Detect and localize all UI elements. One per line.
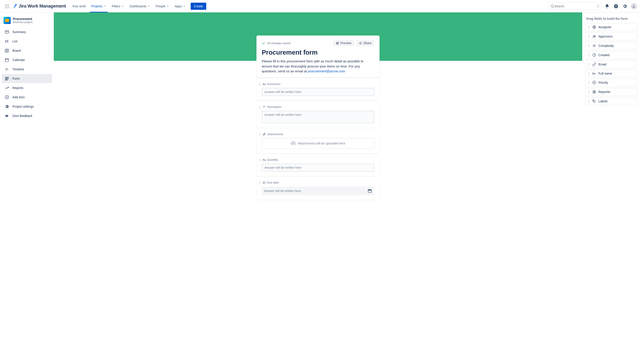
svg-rect-34 — [5, 80, 7, 80]
svg-point-13 — [633, 5, 634, 6]
attach-dropzone[interactable]: Attachments will be uploaded here — [262, 138, 374, 149]
form-title[interactable]: Procurement form — [262, 49, 374, 56]
check-icon — [262, 41, 265, 45]
help-icon[interactable]: ? — [612, 3, 619, 10]
sidebar-item-settings[interactable]: Project settings — [2, 102, 52, 111]
drag-handle-icon — [588, 81, 590, 84]
form-field-duedate[interactable]: Due date Answer will be written here — [257, 178, 379, 200]
nav-your-work[interactable]: Your work — [70, 0, 88, 12]
palette-item-approvers[interactable]: Approvers — [585, 32, 637, 40]
svg-point-5 — [8, 6, 9, 6]
field-input-summary[interactable]: Answer will be written here — [262, 88, 374, 96]
svg-point-130 — [588, 82, 589, 83]
nav-items: Your work Projects Filters Dashboards Pe… — [70, 0, 206, 12]
field-type-icon — [263, 132, 266, 136]
palette-item-complexity[interactable]: Complexity — [585, 42, 637, 50]
nav-filters[interactable]: Filters — [110, 0, 126, 12]
svg-point-76 — [260, 184, 261, 184]
nav-projects[interactable]: Projects — [89, 0, 109, 12]
svg-point-44 — [260, 83, 261, 84]
drag-handle-icon[interactable] — [259, 158, 261, 162]
svg-point-88 — [588, 28, 589, 28]
svg-point-113 — [588, 56, 589, 56]
sidebar-item-calendar[interactable]: Calendar — [2, 56, 52, 64]
chevron-down-icon — [183, 5, 186, 8]
calendar-icon — [367, 189, 372, 193]
nav-apps[interactable]: Apps — [172, 0, 188, 12]
sidebar-item-timeline[interactable]: Timeline — [2, 65, 52, 74]
search-input[interactable]: / — [548, 2, 602, 10]
share-button[interactable]: Share — [356, 40, 374, 46]
field-palette: Drag fields to build the form AssigneeAp… — [582, 12, 640, 364]
sidebar-item-feedback[interactable]: Give feedback — [2, 112, 52, 120]
svg-rect-79 — [264, 183, 264, 183]
form-description[interactable]: Please fill in this procurement form wit… — [262, 59, 374, 74]
palette-item-reporter[interactable]: Reporter — [585, 88, 637, 96]
field-input-duedate[interactable]: Answer will be written here — [262, 186, 374, 195]
field-input-description[interactable]: Answer will be written here — [262, 111, 374, 123]
sidebar-item-label: Board — [13, 49, 21, 52]
sidebar-item-label: Calendar — [13, 58, 25, 62]
drag-handle-icon — [588, 26, 590, 29]
sidebar-item-board[interactable]: Board — [2, 46, 52, 55]
svg-point-75 — [259, 184, 260, 184]
field-label: Attachments — [263, 132, 374, 136]
svg-point-109 — [588, 54, 589, 54]
palette-item-assignee[interactable]: Assignee — [585, 23, 637, 31]
svg-point-20 — [5, 42, 6, 42]
svg-point-43 — [259, 83, 260, 84]
svg-point-47 — [259, 85, 260, 86]
sidebar-item-reports[interactable]: Reports — [2, 84, 52, 92]
form-field-summary[interactable]: Aa Summary* Answer will be written here — [257, 79, 379, 100]
preview-button[interactable]: Preview — [333, 40, 354, 46]
drag-handle-icon[interactable] — [259, 181, 261, 184]
svg-point-99 — [595, 36, 595, 36]
svg-point-53 — [259, 108, 260, 108]
palette-item-email[interactable]: Email — [585, 60, 637, 68]
svg-point-117 — [589, 63, 589, 64]
sidebar-item-summary[interactable]: Summary — [2, 28, 52, 36]
product-logo[interactable]: Jira Work Management — [13, 4, 66, 9]
drag-handle-icon[interactable] — [259, 133, 261, 136]
palette-item-labels[interactable]: Labels — [585, 97, 637, 105]
palette-item-label: Complexity — [598, 44, 614, 48]
settings-icon[interactable] — [621, 3, 628, 10]
nav-people[interactable]: People — [154, 0, 172, 12]
svg-point-74 — [260, 182, 261, 183]
notifications-icon[interactable] — [603, 3, 611, 10]
svg-point-46 — [260, 84, 261, 84]
form-field-description[interactable]: Description Answer will be written here — [257, 102, 379, 128]
palette-item-created[interactable]: Created — [585, 51, 637, 59]
svg-line-41 — [360, 42, 361, 43]
drag-handle-icon[interactable] — [259, 83, 261, 86]
sidebar-item-list[interactable]: List — [2, 37, 52, 46]
project-header[interactable]: Procurement Business project — [2, 16, 52, 28]
svg-point-7 — [7, 7, 7, 8]
svg-point-62 — [259, 135, 260, 136]
field-input-quantity[interactable]: Answer will be written here — [262, 164, 374, 172]
svg-point-86 — [588, 27, 589, 27]
sidebar-item-form[interactable]: Form — [2, 74, 52, 83]
form-field-quantity[interactable]: Aa Quantity Answer will be written here — [257, 155, 379, 176]
svg-point-129 — [589, 81, 589, 82]
search-field[interactable] — [554, 4, 596, 8]
gear-icon — [5, 104, 9, 109]
nav-dashboards[interactable]: Dashboards — [127, 0, 153, 12]
app-switcher-icon[interactable] — [5, 4, 10, 9]
palette-item-fullname[interactable]: AaFull name — [585, 70, 637, 77]
svg-point-101 — [589, 44, 589, 45]
svg-point-136 — [589, 90, 589, 91]
svg-point-118 — [588, 64, 589, 64]
svg-point-134 — [593, 81, 596, 84]
project-icon — [4, 17, 11, 24]
drag-handle-icon — [588, 35, 590, 38]
palette-item-priority[interactable]: Priority — [585, 78, 637, 86]
sidebar-item-label: Form — [13, 77, 20, 80]
person-icon — [592, 90, 596, 94]
create-button[interactable]: Create — [191, 3, 206, 10]
sidebar-item-additem[interactable]: Add item — [2, 93, 52, 102]
form-email-link[interactable]: procurement@acme.com — [308, 69, 345, 73]
profile-avatar[interactable] — [630, 3, 637, 10]
drag-handle-icon[interactable] — [259, 106, 261, 109]
form-field-attachments[interactable]: Attachments Attachments will be uploaded… — [257, 130, 379, 153]
